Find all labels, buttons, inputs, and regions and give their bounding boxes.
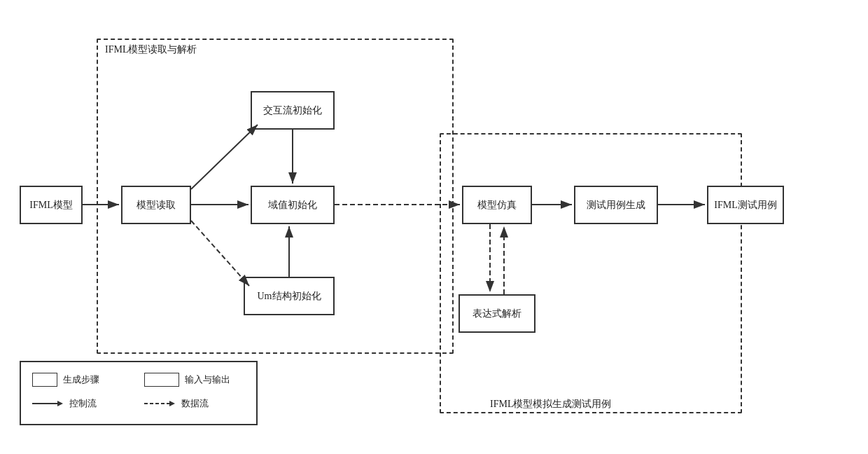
ifml-model-box: IFML模型 (20, 186, 83, 224)
test-gen-box: 测试用例生成 (574, 186, 658, 224)
legend-box-step (32, 373, 57, 387)
svg-marker-14 (57, 401, 63, 406)
legend-item-step: 生成步骤 (32, 371, 133, 389)
diagram: IFML模型读取与解析 IFML模型模拟生成测试用例 IFML模型 模型读取 交… (0, 0, 868, 454)
legend-item-control: 控制流 (32, 394, 133, 413)
sim-region (440, 133, 742, 413)
legend-arrow-control (32, 399, 64, 408)
expr-parse-box: 表达式解析 (458, 294, 536, 333)
legend-label-io: 输入与输出 (185, 371, 230, 389)
legend: 生成步骤 输入与输出 控制流 数据流 (20, 361, 258, 425)
interaction-init-box: 交互流初始化 (251, 91, 335, 130)
um-init-box: Um结构初始化 (244, 277, 335, 315)
model-read-box: 模型读取 (121, 186, 191, 224)
legend-arrow-data (144, 399, 176, 408)
legend-label-step: 生成步骤 (63, 371, 99, 389)
parse-region-label: IFML模型读取与解析 (105, 43, 197, 56)
legend-item-data: 数据流 (144, 394, 245, 413)
legend-label-control: 控制流 (69, 394, 97, 413)
legend-label-data: 数据流 (181, 394, 209, 413)
svg-marker-16 (169, 401, 175, 406)
legend-box-io (144, 373, 179, 387)
domain-init-box: 域值初始化 (251, 186, 335, 224)
ifml-test-box: IFML测试用例 (707, 186, 784, 224)
legend-item-io: 输入与输出 (144, 371, 245, 389)
sim-region-label: IFML模型模拟生成测试用例 (490, 398, 611, 411)
model-sim-box: 模型仿真 (462, 186, 532, 224)
